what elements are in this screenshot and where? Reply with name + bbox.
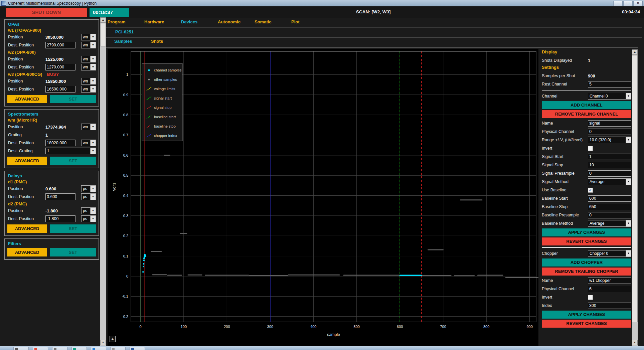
scrollbar-thumb[interactable] [632, 55, 638, 322]
baseline-presample[interactable] [588, 212, 631, 218]
unit-select[interactable]: ps▼ [81, 193, 96, 200]
settings-row: Signal MethodAverage▼ [542, 178, 631, 186]
unit-select[interactable]: wn▼ [81, 140, 96, 146]
unit-select[interactable]: wn▼ [81, 42, 96, 48]
rest-channel[interactable] [588, 81, 631, 88]
unit-select[interactable]: wn▼ [81, 64, 96, 70]
set-button[interactable]: SET [50, 224, 96, 233]
destination-input[interactable] [45, 42, 75, 48]
tab-devices[interactable]: Devices [181, 19, 218, 24]
baseline-start[interactable] [588, 195, 631, 202]
tab-plot[interactable]: Plot [291, 19, 328, 24]
signal-stop[interactable] [588, 162, 631, 168]
remove-trailing-channel-button[interactable]: REMOVE TRAILING CHANNEL [542, 110, 631, 118]
set-button[interactable]: SET [50, 95, 96, 103]
signal-presample[interactable] [588, 170, 631, 177]
remove-trailing-chopper-button[interactable]: REMOVE TRAILING CHOPPER [542, 268, 631, 276]
tab-program[interactable]: Program [108, 19, 144, 24]
subtab-shots[interactable]: Shots [151, 39, 188, 44]
unit-select[interactable]: wn▼ [81, 78, 96, 84]
add-channel-button[interactable]: ADD CHANNEL [542, 101, 631, 109]
unit-select[interactable]: wn▼ [81, 86, 96, 93]
shutdown-button[interactable]: SHUT DOWN [6, 8, 87, 17]
close-button[interactable]: ✕ [633, 1, 643, 6]
revert-chopper-changes-button[interactable]: REVERT CHANGES [542, 320, 631, 328]
unit-select[interactable]: ps▼ [81, 207, 96, 214]
baseline-stop[interactable] [588, 204, 631, 210]
chopper-physical-channel[interactable] [588, 286, 631, 292]
autoscale-button[interactable]: A [110, 336, 116, 342]
content-scrollbar[interactable]: ▲ ▼ [100, 17, 106, 346]
tab-somatic[interactable]: Somatic [255, 19, 291, 24]
tab-autonomic[interactable]: Autonomic [218, 19, 255, 24]
minimize-button[interactable]: ─ [613, 1, 623, 6]
range-select[interactable]: 10.0 (320.0)▼ [588, 137, 631, 143]
scroll-up-icon[interactable]: ▲ [632, 49, 638, 55]
restore-button[interactable]: ▢ [623, 1, 633, 6]
add-chopper-button[interactable]: ADD CHOPPER [542, 258, 631, 267]
invert-checkbox[interactable] [588, 146, 593, 151]
group-title: Spectrometers [8, 112, 96, 117]
chevron-down-icon: ▼ [90, 78, 96, 84]
row-value: 17374.984 [45, 125, 76, 130]
channel-settings-panel: DisplayShots Displayed1SettingsSamples p… [542, 49, 631, 329]
chopper-select[interactable]: Chopper 0▼ [588, 250, 631, 257]
grating-select[interactable]: 1▼ [45, 148, 96, 154]
unit-select[interactable]: wn▼ [81, 34, 96, 40]
destination-input[interactable] [45, 140, 75, 146]
settings-row: Name [542, 277, 631, 285]
taskbar-item[interactable] [71, 347, 87, 350]
tab-hardware[interactable]: Hardware [144, 19, 181, 24]
legend-label: voltage limits [154, 87, 175, 91]
unit-select[interactable]: ps▼ [81, 215, 96, 222]
use-baseline-checkbox[interactable]: ✓ [588, 188, 593, 193]
row-value: -1.800 [45, 208, 76, 213]
tab-pci-6251[interactable]: PCI-6251 [115, 29, 134, 34]
scroll-down-icon[interactable]: ▼ [632, 340, 638, 345]
apply-channel-changes-button[interactable]: APPLY CHANGES [542, 228, 631, 236]
unit-select[interactable]: wn▼ [81, 56, 96, 62]
taskbar-item[interactable] [13, 347, 29, 350]
advanced-button[interactable]: ADVANCED [7, 248, 47, 256]
taskbar-item-icon [54, 348, 56, 350]
taskbar-item[interactable] [33, 347, 48, 350]
apply-chopper-changes-button[interactable]: APPLY CHANGES [542, 311, 631, 319]
signal-method[interactable]: Average▼ [588, 178, 631, 185]
row-label: Signal Presample [542, 171, 588, 176]
advanced-button[interactable]: ADVANCED [7, 95, 47, 103]
scroll-up-icon[interactable]: ▲ [100, 17, 106, 23]
legend-label: baseline start [154, 115, 176, 119]
taskbar-item[interactable] [110, 347, 126, 350]
destination-input[interactable] [45, 86, 75, 93]
channel-name[interactable] [588, 120, 631, 127]
select-value: Chopper 0 [588, 251, 626, 256]
settings-scrollbar[interactable]: ▲ ▼ [632, 49, 638, 346]
set-button[interactable]: SET [50, 157, 96, 165]
advanced-button[interactable]: ADVANCED [7, 157, 47, 165]
chopper-invert-checkbox[interactable] [588, 295, 593, 300]
channel-select[interactable]: Channel 0▼ [588, 93, 631, 100]
destination-input[interactable] [45, 215, 75, 222]
physical-channel[interactable] [588, 129, 631, 135]
taskbar-item-icon [93, 348, 95, 350]
legend-label: signal start [154, 96, 172, 100]
advanced-button[interactable]: ADVANCED [7, 224, 47, 233]
taskbar-item[interactable] [52, 347, 67, 350]
unit-select[interactable]: wn▼ [81, 124, 96, 130]
destination-input[interactable] [45, 64, 75, 70]
signal-start[interactable] [588, 154, 631, 160]
unit-select[interactable]: ps▼ [81, 185, 96, 192]
plot-canvas: channel samplesother samplesvoltage limi… [108, 49, 538, 346]
set-button[interactable]: SET [50, 248, 96, 256]
chopper-index[interactable] [588, 303, 631, 309]
taskbar-item[interactable] [91, 347, 106, 350]
scrollbar-thumb[interactable] [100, 23, 106, 46]
chopper-name[interactable] [588, 278, 631, 284]
subtab-samples[interactable]: Samples [114, 39, 151, 44]
taskbar-item[interactable] [130, 347, 145, 350]
scroll-down-icon[interactable]: ▼ [100, 340, 106, 345]
revert-channel-changes-button[interactable]: REVERT CHANGES [542, 237, 631, 245]
chevron-down-icon: ▼ [90, 194, 96, 200]
baseline-method[interactable]: Average▼ [588, 220, 631, 227]
destination-input[interactable] [45, 193, 75, 200]
